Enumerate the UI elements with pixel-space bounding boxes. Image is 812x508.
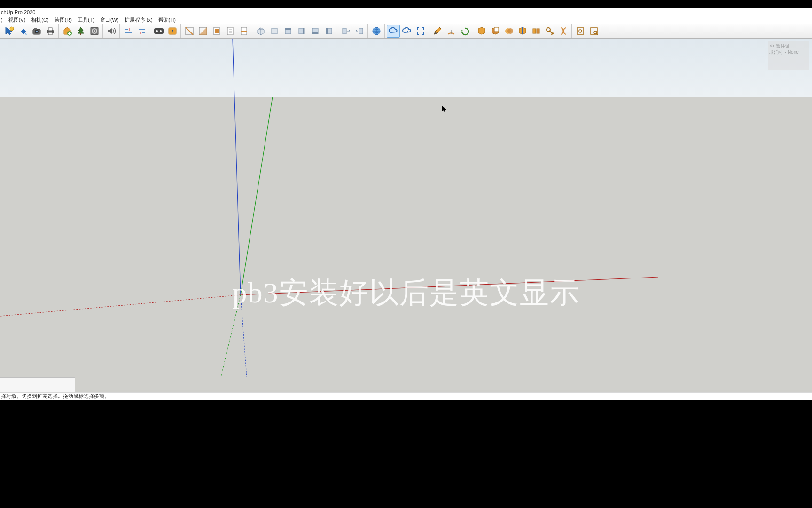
svg-rect-38	[359, 28, 363, 34]
measurements-box[interactable]	[0, 377, 75, 392]
sketchup-window: chUp Pro 2020 — ) 视图(V) 相机(C) 绘图(R) 工具(T…	[0, 8, 812, 400]
protractor-icon[interactable]	[445, 25, 458, 38]
svg-point-42	[508, 28, 513, 34]
menu-draw[interactable]: 绘图(R)	[52, 16, 74, 24]
solid-split-icon[interactable]	[530, 25, 543, 38]
solid-union-icon[interactable]	[475, 25, 488, 38]
svg-line-55	[0, 295, 241, 316]
svg-rect-17	[154, 28, 164, 34]
paint-bucket-icon[interactable]	[16, 25, 30, 38]
svg-rect-14	[125, 32, 132, 33]
view-back-icon[interactable]	[309, 25, 322, 38]
section-plane-icon[interactable]	[183, 25, 196, 38]
pencil-icon[interactable]	[431, 25, 444, 38]
section-cut-icon[interactable]	[210, 25, 223, 38]
view-right-icon[interactable]	[295, 25, 308, 38]
align-h-icon[interactable]	[122, 25, 135, 38]
instructor-line1: ×× 暂住证	[769, 43, 808, 49]
svg-rect-25	[215, 29, 219, 33]
window-title: chUp Pro 2020	[1, 9, 790, 15]
view-top-icon[interactable]	[268, 25, 281, 38]
svg-rect-34	[312, 32, 318, 34]
settings-dialog-icon[interactable]	[88, 25, 101, 38]
svg-point-3	[36, 31, 38, 32]
cloud-open-icon[interactable]	[400, 25, 414, 38]
minimize-button[interactable]: —	[790, 9, 812, 15]
instructor-panel[interactable]: ×× 暂住证 取消可 - None	[768, 41, 809, 70]
menu-view[interactable]: 视图(V)	[6, 16, 28, 24]
view-iso-icon[interactable]	[254, 25, 267, 38]
svg-line-50	[233, 39, 241, 295]
svg-rect-15	[139, 29, 145, 30]
menu-help[interactable]: 帮助(H)	[156, 16, 178, 24]
svg-rect-44	[537, 29, 539, 33]
dims-badge-icon[interactable]	[152, 25, 165, 38]
svg-point-18	[156, 30, 158, 32]
svg-rect-36	[326, 28, 328, 34]
menu-camera[interactable]: 相机(C)	[29, 16, 51, 24]
svg-rect-6	[48, 28, 52, 31]
solid-shell-icon[interactable]	[543, 25, 556, 38]
menu-extensions[interactable]: 扩展程序 (x)	[122, 16, 155, 24]
select-tool-icon[interactable]	[3, 25, 16, 38]
svg-line-52	[241, 97, 273, 295]
svg-rect-13	[125, 29, 128, 30]
menu-bar: ) 视图(V) 相机(C) 绘图(R) 工具(T) 窗口(W) 扩展程序 (x)…	[0, 16, 812, 24]
svg-rect-9	[80, 33, 81, 35]
status-text: 择对象。切换到扩充选择。拖动鼠标选择多项。	[1, 393, 109, 400]
warehouse-add-icon[interactable]	[61, 25, 74, 38]
align-v-icon[interactable]	[135, 25, 148, 38]
cloud-link-icon[interactable]	[387, 25, 400, 38]
svg-line-54	[241, 277, 658, 295]
tree-icon[interactable]	[74, 25, 87, 38]
svg-text:i: i	[172, 28, 173, 34]
svg-rect-40	[494, 27, 499, 32]
mouse-cursor-icon	[442, 105, 447, 114]
svg-line-53	[221, 295, 241, 377]
menu-file-fragment[interactable]: )	[0, 17, 5, 23]
fullscreen-icon[interactable]	[414, 25, 427, 38]
solid-trim-icon[interactable]	[516, 25, 529, 38]
svg-point-47	[579, 30, 582, 32]
svg-rect-32	[303, 28, 304, 34]
zoom-extents-icon[interactable]	[587, 25, 601, 38]
zoom-window-icon[interactable]	[574, 25, 587, 38]
position-cam-icon[interactable]	[353, 25, 366, 38]
svg-point-0	[10, 27, 14, 31]
view-front-icon[interactable]	[281, 25, 295, 38]
status-bar: 择对象。切换到扩充选择。拖动鼠标选择多项。	[0, 392, 812, 400]
view-left-icon[interactable]	[322, 25, 336, 38]
print-icon[interactable]	[44, 25, 57, 38]
svg-point-12	[94, 30, 95, 32]
svg-rect-7	[48, 32, 52, 35]
svg-rect-16	[142, 32, 145, 33]
svg-rect-37	[343, 28, 346, 34]
globe-icon[interactable]	[370, 25, 383, 38]
solid-subtract-icon[interactable]	[489, 25, 502, 38]
menu-tools[interactable]: 工具(T)	[75, 16, 97, 24]
rewind-icon[interactable]	[458, 25, 471, 38]
camera-icon[interactable]	[30, 25, 43, 38]
solid-outer-icon[interactable]	[557, 25, 570, 38]
info-badge-icon[interactable]: i	[166, 25, 179, 38]
speaker-icon[interactable]	[105, 25, 118, 38]
menu-window[interactable]: 窗口(W)	[98, 16, 121, 24]
svg-rect-30	[285, 28, 291, 30]
svg-rect-43	[533, 29, 536, 33]
axes-overlay	[0, 39, 812, 392]
main-toolbar: i	[0, 24, 812, 39]
section-page-icon[interactable]	[224, 25, 237, 38]
svg-point-19	[160, 30, 162, 32]
svg-rect-46	[577, 28, 584, 34]
solid-intersect-icon[interactable]	[502, 25, 515, 38]
instructor-line2: 取消可 - None	[769, 49, 808, 55]
title-bar: chUp Pro 2020 —	[0, 8, 812, 16]
svg-rect-28	[272, 28, 277, 34]
model-viewport[interactable]: ×× 暂住证 取消可 - None pb3安装好以后是英文显示	[0, 39, 812, 392]
svg-rect-4	[34, 28, 37, 30]
section-fill-icon[interactable]	[196, 25, 210, 38]
svg-line-51	[241, 295, 247, 377]
look-around-icon[interactable]	[339, 25, 352, 38]
section-page2-icon[interactable]	[237, 25, 250, 38]
